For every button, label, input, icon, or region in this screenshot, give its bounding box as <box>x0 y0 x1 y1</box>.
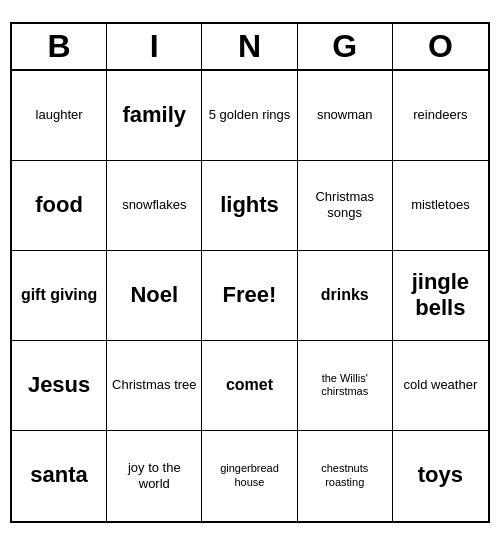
bingo-cell: laughter <box>12 71 107 161</box>
bingo-cell: reindeers <box>393 71 488 161</box>
bingo-cell: santa <box>12 431 107 521</box>
header-letter: I <box>107 24 202 69</box>
cell-text: jingle bells <box>397 269 484 322</box>
cell-text: food <box>35 192 83 218</box>
bingo-cell: the Willis' chirstmas <box>298 341 393 431</box>
cell-text: laughter <box>36 107 83 123</box>
bingo-cell: mistletoes <box>393 161 488 251</box>
cell-text: joy to the world <box>111 460 197 491</box>
cell-text: Jesus <box>28 372 90 398</box>
cell-text: mistletoes <box>411 197 470 213</box>
bingo-cell: lights <box>202 161 297 251</box>
cell-text: toys <box>418 462 463 488</box>
bingo-cell: Christmas tree <box>107 341 202 431</box>
bingo-cell: gift giving <box>12 251 107 341</box>
header-letter: B <box>12 24 107 69</box>
bingo-cell: family <box>107 71 202 161</box>
bingo-cell: Free! <box>202 251 297 341</box>
cell-text: snowman <box>317 107 373 123</box>
cell-text: lights <box>220 192 279 218</box>
cell-text: chestnuts roasting <box>302 462 388 488</box>
header-letter: G <box>298 24 393 69</box>
cell-text: Christmas songs <box>302 189 388 220</box>
bingo-cell: toys <box>393 431 488 521</box>
cell-text: Christmas tree <box>112 377 197 393</box>
bingo-cell: snowman <box>298 71 393 161</box>
bingo-cell: snowflakes <box>107 161 202 251</box>
bingo-card: BINGO laughterfamily5 golden ringssnowma… <box>10 22 490 523</box>
bingo-cell: 5 golden rings <box>202 71 297 161</box>
bingo-cell: food <box>12 161 107 251</box>
bingo-cell: joy to the world <box>107 431 202 521</box>
bingo-cell: cold weather <box>393 341 488 431</box>
cell-text: snowflakes <box>122 197 186 213</box>
cell-text: cold weather <box>404 377 478 393</box>
cell-text: gingerbread house <box>206 462 292 488</box>
cell-text: comet <box>226 375 273 394</box>
bingo-cell: Noel <box>107 251 202 341</box>
header-letter: N <box>202 24 297 69</box>
bingo-grid: laughterfamily5 golden ringssnowmanreind… <box>12 71 488 521</box>
bingo-cell: comet <box>202 341 297 431</box>
bingo-cell: drinks <box>298 251 393 341</box>
cell-text: gift giving <box>21 285 97 304</box>
header-letter: O <box>393 24 488 69</box>
cell-text: 5 golden rings <box>209 107 291 123</box>
cell-text: reindeers <box>413 107 467 123</box>
bingo-cell: gingerbread house <box>202 431 297 521</box>
bingo-cell: Jesus <box>12 341 107 431</box>
cell-text: the Willis' chirstmas <box>302 372 388 398</box>
bingo-header: BINGO <box>12 24 488 71</box>
bingo-cell: chestnuts roasting <box>298 431 393 521</box>
bingo-cell: jingle bells <box>393 251 488 341</box>
cell-text: family <box>122 102 186 128</box>
cell-text: drinks <box>321 285 369 304</box>
cell-text: santa <box>30 462 87 488</box>
bingo-cell: Christmas songs <box>298 161 393 251</box>
cell-text: Free! <box>223 282 277 308</box>
cell-text: Noel <box>130 282 178 308</box>
